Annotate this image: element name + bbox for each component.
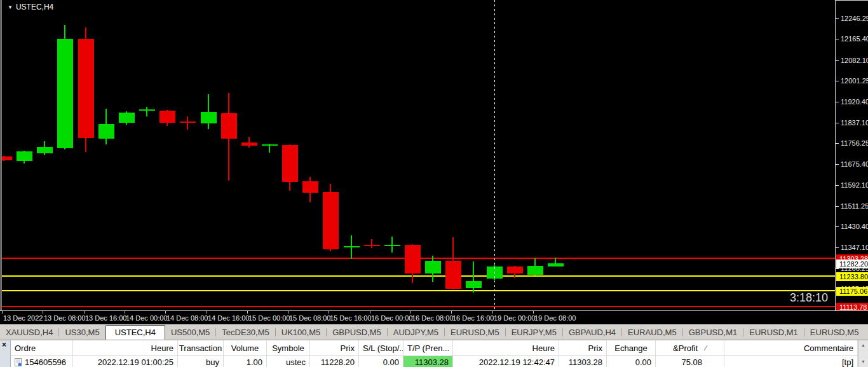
candle xyxy=(527,266,543,275)
header-label: T/P (Pren... xyxy=(407,343,449,353)
price-axis[interactable]: 12246.2512165.4012082.1012001.2511920.40… xyxy=(835,0,868,310)
candle xyxy=(323,192,339,249)
candle xyxy=(548,263,564,267)
cell-value: 75.08 xyxy=(681,357,702,367)
cell-value: 0.00 xyxy=(383,357,399,367)
candle xyxy=(78,39,94,138)
cell-value: 2022.12.19 01:00:25 xyxy=(98,357,173,367)
order-document-icon xyxy=(15,358,22,366)
tab-USTEC,H4[interactable]: USTEC,H4 xyxy=(105,325,165,340)
cell-value: 1.00 xyxy=(247,357,262,367)
candle xyxy=(384,245,400,246)
tab-EURAUD,M5[interactable]: EURAUD,M5 xyxy=(622,326,682,339)
price-tick-label: 11511.25 xyxy=(841,202,868,210)
header-close_price[interactable]: Prix xyxy=(559,340,607,356)
header-open_time[interactable]: Heure xyxy=(73,340,178,356)
cell-id: 154605596 xyxy=(11,356,73,367)
header-type[interactable]: Transaction xyxy=(178,340,224,356)
header-tp[interactable]: T/P (Pren... xyxy=(403,340,453,356)
price-tick-label: 12082.10 xyxy=(841,57,868,64)
cell-value: 154605596 xyxy=(25,357,66,367)
tab-US500,M5[interactable]: US500,M5 xyxy=(165,326,215,339)
header-sl[interactable]: S/L (Stop/... xyxy=(359,340,403,356)
time-tick-label: 15 Dec 08:00 xyxy=(289,314,330,322)
price-label-yellow: 11233.80 xyxy=(836,272,868,281)
close-icon[interactable]: × xyxy=(2,340,6,349)
price-tick-label: 11347.10 xyxy=(841,244,868,251)
time-tick-label: 16 Dec 00:00 xyxy=(371,314,412,322)
scroll-up-icon[interactable]: ▲ xyxy=(858,342,868,349)
candle-wick xyxy=(146,107,147,116)
candle xyxy=(466,281,482,288)
header-swap[interactable]: Echange xyxy=(607,340,656,356)
price-label-yellow: 11175.06 xyxy=(836,287,868,296)
mt4-window: ▼USTEC,H4 3:18:10 12246.2512165.4012082.… xyxy=(0,0,868,367)
price-tick-mark xyxy=(836,206,839,207)
tab-AUDJPY,M5[interactable]: AUDJPY,M5 xyxy=(388,326,444,339)
candle xyxy=(241,142,257,146)
header-close_time[interactable]: Heure xyxy=(453,340,559,356)
price-tick-mark xyxy=(836,143,839,144)
header-open_price[interactable]: Prix xyxy=(310,340,359,356)
price-tick-mark xyxy=(836,164,839,165)
price-tick-label: 12001.25 xyxy=(841,77,868,85)
tab-EURUSD,M5[interactable]: EURUSD,M5 xyxy=(445,326,505,339)
chart-plot-area[interactable]: ▼USTEC,H4 3:18:10 xyxy=(0,0,835,310)
tab-US30,M5[interactable]: US30,M5 xyxy=(59,326,105,339)
tab-EURUSD,M1[interactable]: EURUSD,M1 xyxy=(743,326,804,339)
chevron-down-icon: ▼ xyxy=(8,4,13,10)
candle xyxy=(180,121,196,123)
cell-volume: 1.00 xyxy=(224,356,267,367)
time-axis[interactable]: 13 Dec 202213 Dec 08:0013 Dec 16:0014 De… xyxy=(0,310,868,324)
cell-close_price: 11303.28 xyxy=(559,356,607,367)
orders-table-header: OrdreHeureTransactionVolumeSymbolePrixS/… xyxy=(11,340,858,356)
cell-open_price: 11228.20 xyxy=(310,356,359,367)
cell-value: buy xyxy=(206,357,219,367)
table-scrollbar[interactable]: ▲ ▼ xyxy=(858,340,868,367)
time-tick-mark xyxy=(247,311,248,314)
header-comment[interactable]: Commentaire xyxy=(724,340,858,356)
tab-GBPAUD,H4[interactable]: GBPAUD,H4 xyxy=(563,326,621,339)
candle xyxy=(159,111,175,123)
time-tick-mark xyxy=(329,311,329,314)
header-id[interactable]: Ordre xyxy=(11,340,73,356)
tab-GBPUSD,M1[interactable]: GBPUSD,M1 xyxy=(683,326,743,339)
chart-symbol-label[interactable]: ▼USTEC,H4 xyxy=(8,3,53,11)
terminal-panel: × Terminal OrdreHeureTransactionVolumeSy… xyxy=(0,340,868,367)
time-tick-mark xyxy=(43,311,43,314)
scroll-down-icon[interactable]: ▼ xyxy=(858,359,868,365)
order-row[interactable]: 1546055962022.12.19 01:00:25buy1.00ustec… xyxy=(11,356,858,367)
tab-TecDE30,M5[interactable]: TecDE30,M5 xyxy=(216,326,275,339)
candle xyxy=(98,124,114,139)
candle-wick xyxy=(371,239,372,248)
header-symbol[interactable]: Symbole xyxy=(267,340,310,356)
price-tick-mark xyxy=(836,60,839,61)
cell-profit: 75.08 xyxy=(656,356,724,367)
time-tick-mark xyxy=(207,311,207,314)
header-label: Heure xyxy=(532,343,555,353)
tab-XAUUSD,H4[interactable]: XAUUSD,H4 xyxy=(0,326,58,339)
cell-swap: 0.00 xyxy=(607,356,656,367)
candle xyxy=(139,109,155,111)
price-line-11113.78 xyxy=(2,306,835,307)
price-tick-label: 11592.10 xyxy=(841,181,868,189)
time-tick-label: 15 Dec 16:00 xyxy=(330,314,371,322)
terminal-side-strip: × Terminal xyxy=(0,340,11,367)
time-tick-mark xyxy=(451,311,452,314)
candle xyxy=(37,147,53,153)
time-tick-mark xyxy=(288,311,288,314)
time-tick-mark xyxy=(165,311,166,314)
candle xyxy=(425,261,441,274)
tab-UK100,M5[interactable]: UK100,M5 xyxy=(276,326,326,339)
header-volume[interactable]: Volume xyxy=(224,340,267,356)
chart-tab-bar: XAUUSD,H4US30,M5USTEC,H4US500,M5TecDE30,… xyxy=(0,324,868,340)
price-tick-mark xyxy=(836,247,839,248)
header-profit[interactable]: &Profit⁄ xyxy=(656,340,724,356)
tab-EURUSD,M5[interactable]: EURUSD,M5 xyxy=(804,326,865,339)
cell-close_time: 2022.12.19 12:42:47 xyxy=(453,356,559,367)
tab-GBPUSD,M5[interactable]: GBPUSD,M5 xyxy=(327,326,387,339)
price-tick-label: 12165.40 xyxy=(841,35,868,43)
header-label: Commentaire xyxy=(804,343,853,353)
header-label: Transaction xyxy=(179,343,222,353)
tab-EURJPY,M5[interactable]: EURJPY,M5 xyxy=(506,326,562,339)
